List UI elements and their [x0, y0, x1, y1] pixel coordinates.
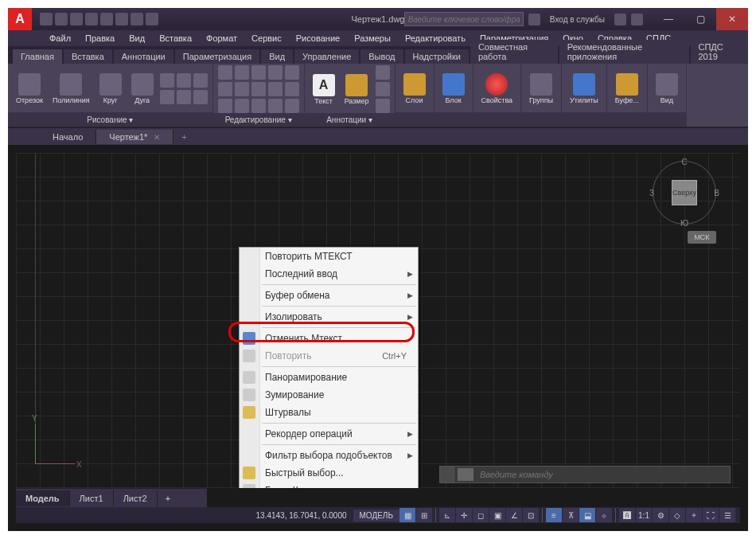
tab-featured[interactable]: Рекомендованные приложения	[559, 40, 689, 64]
status-clean-icon[interactable]: ⛶	[703, 508, 719, 522]
status-ortho-icon[interactable]: ⊾	[439, 508, 455, 522]
drawing-canvas[interactable]: Y X Сверху С Ю З В МСК Повторить МТЕКСТ …	[16, 153, 740, 488]
draw-tool-icon[interactable]	[193, 73, 208, 88]
doc-tab-active[interactable]: Чертеж1*✕	[96, 130, 173, 144]
menu-insert[interactable]: Вставка	[153, 32, 198, 45]
status-3dosnap-icon[interactable]: ▣	[489, 508, 505, 522]
user-icon[interactable]	[528, 14, 540, 25]
qat-saveas-icon[interactable]	[85, 13, 98, 25]
signin-label[interactable]: Вход в службы	[545, 15, 610, 24]
menu-modify[interactable]: Редактировать	[399, 32, 472, 45]
drag-handle-icon[interactable]	[440, 467, 454, 482]
ctx-undo[interactable]: Отменить Мтекст	[240, 330, 418, 347]
app-logo[interactable]: A	[8, 8, 32, 30]
ctx-recent-input[interactable]: Последний ввод▶	[240, 265, 418, 283]
panel-title-modify[interactable]: Редактирование ▾	[213, 113, 304, 127]
modify-tool-icon[interactable]	[268, 65, 283, 80]
modify-tool-icon[interactable]	[268, 99, 283, 113]
modify-tool-icon[interactable]	[251, 65, 266, 80]
draw-tool-icon[interactable]	[193, 90, 208, 104]
qat-redo-icon[interactable]	[146, 13, 158, 25]
command-icon[interactable]	[458, 468, 473, 481]
ctx-pan[interactable]: Панорамирование	[240, 369, 418, 386]
panel-title-annot[interactable]: Аннотации ▾	[305, 113, 395, 127]
menu-edit[interactable]: Правка	[79, 32, 121, 45]
search-input[interactable]	[404, 12, 524, 26]
minimize-button[interactable]: —	[653, 8, 684, 30]
qat-plot-icon[interactable]	[115, 13, 128, 25]
qat-new-icon[interactable]	[40, 13, 53, 25]
qat-save-icon[interactable]	[70, 13, 83, 25]
tool-dimension[interactable]: Размер	[341, 72, 372, 107]
status-polar-icon[interactable]: ✛	[456, 508, 472, 522]
annot-tool-icon[interactable]	[376, 65, 390, 80]
tab-layout2[interactable]: Лист2	[114, 490, 158, 506]
wcs-label[interactable]: МСК	[688, 231, 716, 244]
tab-annotate[interactable]: Аннотации	[114, 49, 173, 64]
ctx-subobject-filter[interactable]: Фильтр выбора подобъектов▶	[240, 447, 418, 464]
ctx-clipboard[interactable]: Буфер обмена▶	[240, 287, 418, 304]
tool-polyline[interactable]: Полилиния	[49, 72, 93, 106]
tab-output[interactable]: Вывод	[360, 49, 403, 64]
menu-view[interactable]: Вид	[123, 32, 151, 45]
status-gear-icon[interactable]: ⚙	[653, 508, 668, 522]
annot-tool-icon[interactable]	[376, 82, 390, 96]
tool-layers[interactable]: Слои	[400, 72, 429, 106]
ctx-zoom[interactable]: Зумирование	[240, 386, 418, 404]
status-snap-icon[interactable]: ⊞	[416, 508, 432, 522]
viewcube-face[interactable]: Сверху	[672, 180, 697, 205]
tab-addins[interactable]: Надстройки	[405, 49, 469, 64]
tool-arc[interactable]: Дуга	[128, 72, 157, 106]
ctx-isolate[interactable]: Изолировать▶	[240, 308, 418, 326]
tool-text[interactable]: AТекст	[310, 72, 338, 107]
modify-tool-icon[interactable]	[218, 99, 232, 113]
tab-model[interactable]: Модель	[16, 490, 70, 506]
tool-view[interactable]: Вид	[653, 72, 681, 106]
tool-utilities[interactable]: Утилиты	[567, 72, 602, 106]
draw-tool-icon[interactable]	[177, 73, 191, 88]
ctx-steeringwheel[interactable]: Штурвалы	[240, 404, 418, 421]
close-icon[interactable]: ✕	[154, 133, 160, 142]
menu-format[interactable]: Формат	[200, 32, 244, 45]
status-qp-icon[interactable]: ⬓	[579, 508, 595, 522]
status-grid-icon[interactable]: ▦	[399, 508, 415, 522]
status-otrack-icon[interactable]: ∠	[506, 508, 522, 522]
status-lwt-icon[interactable]: ≡	[546, 508, 562, 522]
modify-tool-icon[interactable]	[268, 82, 283, 96]
status-scale-label[interactable]: 1:1	[636, 508, 652, 522]
annot-tool-icon[interactable]	[376, 99, 390, 113]
menu-draw[interactable]: Рисование	[290, 32, 346, 45]
tool-block[interactable]: Блок	[439, 72, 468, 106]
maximize-button[interactable]: ▢	[684, 8, 716, 30]
tool-line[interactable]: Отрезок	[13, 72, 46, 106]
ctx-repeat[interactable]: Повторить МТЕКСТ	[240, 248, 418, 265]
share-icon[interactable]	[614, 14, 626, 25]
modify-tool-icon[interactable]	[285, 82, 299, 96]
menu-dim[interactable]: Размеры	[348, 32, 397, 45]
status-sc-icon[interactable]: ⟐	[596, 508, 612, 522]
modify-tool-icon[interactable]	[285, 99, 299, 113]
panel-title-draw[interactable]: Рисование ▾	[8, 112, 212, 127]
modify-tool-icon[interactable]	[251, 99, 266, 113]
modify-tool-icon[interactable]	[218, 82, 232, 96]
tab-view[interactable]: Вид	[261, 49, 293, 64]
draw-tool-icon[interactable]	[160, 73, 174, 88]
status-iso-icon[interactable]: ◇	[669, 508, 685, 522]
qat-open-icon[interactable]	[55, 13, 68, 25]
qat-undo-icon[interactable]	[131, 13, 143, 25]
qat-cloud-icon[interactable]	[100, 13, 113, 25]
tab-add-layout[interactable]: +	[158, 490, 178, 506]
status-tpy-icon[interactable]: ⊼	[563, 508, 579, 522]
ctx-quickcalc[interactable]: БыстрКальк	[240, 482, 418, 488]
viewcube[interactable]: Сверху С Ю З В МСК	[653, 161, 716, 225]
tool-circle[interactable]: Круг	[96, 72, 125, 106]
modify-tool-icon[interactable]	[235, 82, 249, 96]
modify-tool-icon[interactable]	[218, 65, 232, 80]
status-annoscale-icon[interactable]: 🅰	[619, 508, 635, 522]
ctx-quick-select[interactable]: Быстрый выбор...	[240, 464, 418, 482]
doc-tab-add[interactable]: +	[173, 130, 194, 144]
ctx-action-recorder[interactable]: Рекордер операций▶	[240, 425, 418, 443]
tool-clipboard[interactable]: Буфе...	[612, 72, 642, 106]
modify-tool-icon[interactable]	[251, 82, 266, 96]
modify-tool-icon[interactable]	[235, 99, 249, 113]
